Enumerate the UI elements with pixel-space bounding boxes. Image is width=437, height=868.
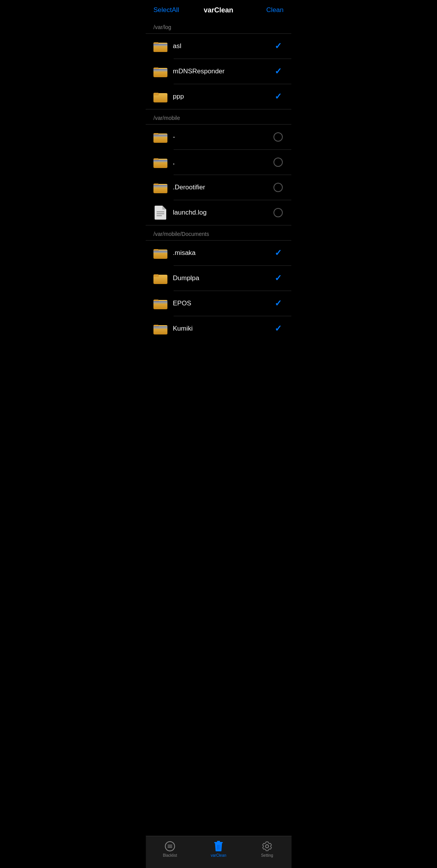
folder-icon xyxy=(153,130,167,144)
folder-icon xyxy=(153,155,167,169)
item-checkbox[interactable]: ✓ xyxy=(273,273,284,284)
item-checkbox[interactable]: ✓ xyxy=(273,323,284,334)
item-name: - xyxy=(173,133,273,141)
item-name: Kumiki xyxy=(173,325,273,333)
item-checkbox[interactable]: ✓ xyxy=(273,66,284,77)
svg-rect-26 xyxy=(157,215,162,216)
folder-icon xyxy=(153,64,167,78)
list-item[interactable]: EPOS ✓ xyxy=(146,291,291,316)
list-item[interactable]: Dumplpa ✓ xyxy=(146,266,291,291)
folder-icon xyxy=(153,246,167,260)
select-all-button[interactable]: SelectAll xyxy=(153,6,179,14)
svg-rect-19 xyxy=(153,160,167,161)
item-checkbox[interactable] xyxy=(273,182,284,193)
list-item[interactable]: asl ✓ xyxy=(146,34,291,59)
header: SelectAll varClean Clean xyxy=(146,0,291,19)
check-icon: ✓ xyxy=(275,248,282,258)
item-name: asl xyxy=(173,42,273,50)
section-header-var-mobile-docs: /var/mobile/Documents xyxy=(146,225,291,240)
item-checkbox[interactable] xyxy=(273,207,284,218)
folder-icon xyxy=(153,39,167,53)
list-item[interactable]: .misaka ✓ xyxy=(146,241,291,265)
item-checkbox[interactable]: ✓ xyxy=(273,91,284,102)
uncheck-circle xyxy=(273,183,283,192)
item-name: Dumplpa xyxy=(173,274,273,282)
svg-rect-23 xyxy=(153,185,167,186)
item-checkbox[interactable]: ✓ xyxy=(273,41,284,52)
uncheck-circle xyxy=(273,132,283,142)
svg-rect-41 xyxy=(153,326,167,327)
item-checkbox[interactable]: ✓ xyxy=(273,298,284,309)
item-name: mDNSResponder xyxy=(173,68,273,75)
item-name: EPOS xyxy=(173,300,273,307)
uncheck-circle xyxy=(273,158,283,167)
list-item[interactable]: ppp ✓ xyxy=(146,84,291,109)
svg-rect-4 xyxy=(153,44,167,45)
svg-rect-15 xyxy=(153,135,167,135)
folder-icon xyxy=(153,296,167,310)
app-container: SelectAll varClean Clean /var/log xyxy=(146,0,291,376)
scroll-content: /var/log asl xyxy=(146,19,291,376)
item-name: .Derootifier xyxy=(173,184,273,191)
uncheck-circle xyxy=(273,208,283,217)
clean-button[interactable]: Clean xyxy=(266,6,284,14)
list-item[interactable]: launchd.log xyxy=(146,200,291,225)
item-name: ppp xyxy=(173,93,273,100)
check-icon: ✓ xyxy=(275,41,282,51)
svg-rect-25 xyxy=(157,213,164,214)
list-item[interactable]: Kumiki ✓ xyxy=(146,316,291,341)
item-name: , xyxy=(173,158,273,166)
list-item[interactable]: - xyxy=(146,125,291,149)
folder-icon xyxy=(153,180,167,194)
item-name: .misaka xyxy=(173,249,273,257)
item-checkbox[interactable]: ✓ xyxy=(273,248,284,258)
svg-rect-30 xyxy=(153,251,167,251)
file-icon xyxy=(153,206,167,220)
section-header-var-log: /var/log xyxy=(146,19,291,33)
list-item[interactable]: mDNSResponder ✓ xyxy=(146,59,291,84)
svg-rect-8 xyxy=(153,69,167,70)
section-header-var-mobile: /var/mobile xyxy=(146,109,291,124)
check-icon: ✓ xyxy=(275,298,282,308)
item-checkbox[interactable] xyxy=(273,132,284,142)
page-title: varClean xyxy=(204,6,233,14)
list-item[interactable]: , xyxy=(146,150,291,175)
check-icon: ✓ xyxy=(275,66,282,76)
folder-icon xyxy=(153,322,167,336)
item-name: launchd.log xyxy=(173,209,273,217)
svg-rect-37 xyxy=(153,301,167,302)
check-icon: ✓ xyxy=(275,324,282,334)
folder-icon xyxy=(153,90,167,104)
check-icon: ✓ xyxy=(275,92,282,102)
folder-icon xyxy=(153,271,167,285)
svg-rect-24 xyxy=(157,211,164,212)
check-icon: ✓ xyxy=(275,273,282,283)
item-checkbox[interactable] xyxy=(273,157,284,168)
list-item[interactable]: .Derootifier xyxy=(146,175,291,200)
